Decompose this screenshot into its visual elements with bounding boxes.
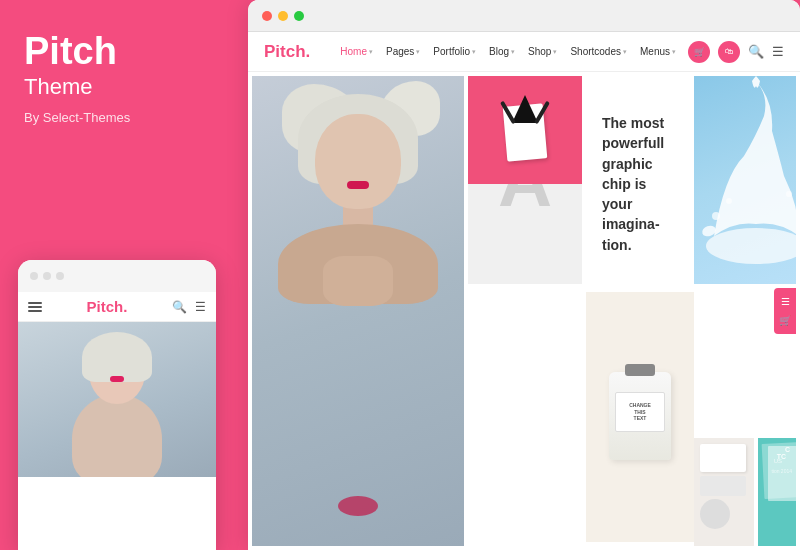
panel-icon-1[interactable]: ☰	[781, 296, 790, 307]
content-grid: A	[252, 76, 796, 546]
browser-dot-red	[262, 11, 272, 21]
brand-title: Pitch	[24, 32, 224, 70]
mobile-logo-text: Pitch	[87, 298, 124, 315]
mobile-top-bar	[18, 260, 216, 292]
menu-nav-icon[interactable]: ☰	[772, 44, 784, 59]
panel-icon-2[interactable]: 🛒	[779, 315, 791, 326]
text-line-6: tion.	[602, 237, 632, 253]
mobile-mockup: Pitch. 🔍 ☰	[18, 260, 216, 550]
center-content: The most powerfull graphic chip is your …	[586, 76, 694, 546]
browser-dot-yellow	[278, 11, 288, 21]
desktop-logo-dot: .	[306, 42, 311, 61]
desktop-logo-text: Pitch	[264, 42, 306, 61]
mobile-logo: Pitch.	[87, 298, 128, 315]
text-line-2: powerfull	[602, 135, 664, 151]
nav-item-menus[interactable]: Menus ▾	[634, 42, 682, 61]
mobile-logo-dot: .	[123, 298, 127, 315]
nav-right-icons: 🛒 🛍 🔍 ☰	[688, 41, 784, 63]
nav-item-home[interactable]: Home ▾	[334, 42, 379, 61]
text-block: The most powerfull graphic chip is your …	[586, 76, 694, 292]
svg-point-6	[786, 191, 792, 197]
mobile-hero-image	[18, 322, 216, 477]
brand-subtitle: Theme	[24, 74, 224, 100]
cart-icon[interactable]: 🛒	[688, 41, 710, 63]
product-pink-image	[468, 76, 582, 184]
hamburger-icon[interactable]	[28, 302, 42, 312]
cart-badge-icon[interactable]: 🛍	[718, 41, 740, 63]
nav-item-portfolio[interactable]: Portfolio ▾	[427, 42, 482, 61]
text-line-1: The most	[602, 115, 664, 131]
fashion-model-image	[252, 76, 464, 546]
desktop-nav: Pitch. Home ▾ Pages ▾ Portfolio ▾ Blog ▾…	[248, 32, 800, 72]
search-nav-icon[interactable]: 🔍	[748, 44, 764, 59]
nav-item-pages[interactable]: Pages ▾	[380, 42, 426, 61]
nav-items: Home ▾ Pages ▾ Portfolio ▾ Blog ▾ Shop ▾…	[334, 42, 688, 61]
mobile-dot-3	[56, 272, 64, 280]
splash-svg	[694, 76, 800, 288]
brand-by: By Select-Themes	[24, 110, 224, 125]
mobile-dot-2	[43, 272, 51, 280]
mobile-nav-icons: 🔍 ☰	[172, 300, 206, 314]
mobile-nav: Pitch. 🔍 ☰	[18, 292, 216, 322]
left-panel: Pitch Theme By Select-Themes Pitch. 🔍 ☰	[0, 0, 248, 550]
desktop-logo: Pitch.	[264, 42, 310, 62]
search-icon[interactable]: 🔍	[172, 300, 187, 314]
nav-item-blog[interactable]: Blog ▾	[483, 42, 521, 61]
nav-item-shop[interactable]: Shop ▾	[522, 42, 563, 61]
brand-name: Pitch Theme	[24, 32, 224, 100]
svg-point-3	[712, 212, 720, 220]
text-line-4: chip is your	[602, 176, 646, 212]
svg-point-5	[726, 198, 732, 204]
browser-top-bar	[248, 0, 800, 32]
svg-point-0	[706, 228, 800, 264]
menu-icon[interactable]: ☰	[195, 300, 206, 314]
right-panel: Pitch. Home ▾ Pages ▾ Portfolio ▾ Blog ▾…	[248, 0, 800, 550]
nav-item-shortcodes[interactable]: Shortcodes ▾	[564, 42, 633, 61]
splash-image	[694, 76, 796, 284]
teal-content-image: C US tion 2014 TC	[758, 438, 796, 546]
stationery-image	[694, 438, 754, 546]
product-packaging: CHANGETHISTEXT	[586, 292, 694, 542]
browser-content: A	[248, 72, 800, 550]
right-side-panel[interactable]: ☰ 🛒	[774, 288, 796, 334]
mobile-dot-1	[30, 272, 38, 280]
text-line-5: imagina-	[602, 216, 660, 232]
browser-dot-green	[294, 11, 304, 21]
text-line-3: graphic	[602, 156, 653, 172]
